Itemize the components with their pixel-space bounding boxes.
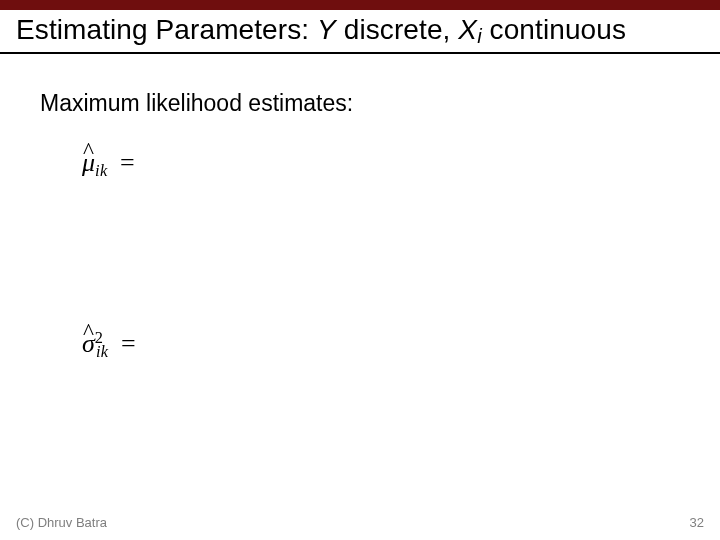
title-x-var: X xyxy=(458,14,477,45)
footer-page-number: 32 xyxy=(690,515,704,530)
slide-title: Estimating Parameters: Y discrete, Xi co… xyxy=(16,14,716,48)
title-prefix: Estimating Parameters: xyxy=(16,14,317,45)
slide-body: Maximum likelihood estimates: xyxy=(40,90,680,117)
top-accent-bar xyxy=(0,0,720,10)
mu-eq-sign: = xyxy=(114,148,135,177)
sigma-eq-sign: = xyxy=(115,329,136,358)
sigma-sub: ik xyxy=(96,342,108,361)
equation-mu: ^ μ ik = xyxy=(82,148,135,181)
mle-heading: Maximum likelihood estimates: xyxy=(40,90,680,117)
title-underline xyxy=(0,52,720,54)
mu-sub: ik xyxy=(95,161,107,180)
mu-hat: ^ μ xyxy=(82,148,95,178)
footer-copyright: (C) Dhruv Batra xyxy=(16,515,107,530)
equation-sigma: ^ σ 2ik = xyxy=(82,328,136,362)
title-mid: discrete, xyxy=(336,14,458,45)
sigma-hat: ^ σ xyxy=(82,329,95,359)
slide: Estimating Parameters: Y discrete, Xi co… xyxy=(0,0,720,540)
hat-icon: ^ xyxy=(83,137,94,164)
title-suffix: continuous xyxy=(482,14,626,45)
title-y-var: Y xyxy=(317,14,336,45)
hat-icon: ^ xyxy=(83,318,94,345)
